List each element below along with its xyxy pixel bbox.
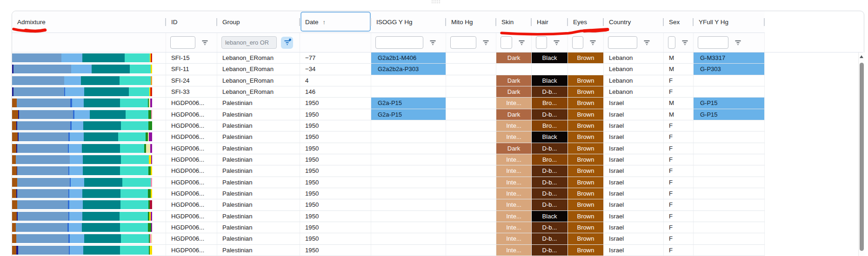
mito-cell[interactable]: [446, 188, 496, 199]
isogg-haplogroup-chip[interactable]: G2a2b1-M406: [371, 53, 446, 63]
mito-cell[interactable]: [446, 199, 496, 210]
skin-trait-chip[interactable]: Inte...: [496, 165, 531, 176]
isogg-cell[interactable]: [371, 165, 446, 176]
id-cell[interactable]: HGDP006...: [166, 120, 217, 131]
id-cell[interactable]: HGDP006...: [166, 233, 217, 244]
country-cell[interactable]: Lebanon: [604, 86, 664, 97]
admixture-cell[interactable]: [12, 86, 166, 97]
hair-cell[interactable]: Black: [532, 211, 568, 222]
hair-trait-chip[interactable]: D-b...: [532, 177, 568, 188]
group-cell[interactable]: Palestinian: [217, 199, 300, 210]
admixture-cell[interactable]: [12, 188, 166, 199]
isogg-cell[interactable]: G2a2b1-M406: [371, 53, 446, 63]
isogg-haplogroup-chip[interactable]: G2a-P15: [371, 109, 446, 120]
hair-trait-chip[interactable]: D-b...: [532, 143, 568, 154]
hair-cell[interactable]: Black: [532, 53, 568, 63]
eyes-trait-chip[interactable]: Brown: [568, 143, 603, 154]
skin-cell[interactable]: Inte...: [496, 233, 532, 244]
skin-cell[interactable]: Inte...: [496, 211, 532, 222]
country-cell[interactable]: Israel: [604, 199, 664, 210]
eyes-trait-chip[interactable]: Brown: [568, 86, 603, 97]
eyes-cell[interactable]: Brown: [568, 211, 604, 222]
yfull-cell[interactable]: [694, 245, 765, 256]
skin-trait-chip[interactable]: Inte...: [496, 154, 531, 165]
yfull-cell[interactable]: [694, 199, 765, 210]
id-cell[interactable]: HGDP006...: [166, 131, 217, 142]
column-header-mito[interactable]: Mito Hg: [446, 11, 496, 33]
admixture-cell[interactable]: [12, 53, 166, 63]
hair-trait-chip[interactable]: D-b...: [532, 233, 568, 244]
yfull-cell[interactable]: [694, 222, 765, 233]
group-cell[interactable]: Palestinian: [217, 109, 300, 120]
isogg-haplogroup-chip[interactable]: G2a2b2a-P303: [371, 64, 446, 74]
country-cell[interactable]: Israel: [604, 131, 664, 142]
date-cell[interactable]: 1950: [300, 109, 371, 120]
yfull-cell[interactable]: [694, 165, 765, 176]
table-row[interactable]: HGDP006...Palestinian1950Inte...D-b...Br…: [12, 222, 765, 233]
drag-handle-icon[interactable]: [432, 0, 441, 4]
mito-cell[interactable]: [446, 86, 496, 97]
filter-funnel-icon[interactable]: [589, 40, 596, 46]
date-cell[interactable]: 1950: [300, 222, 371, 233]
date-cell[interactable]: 1950: [300, 165, 371, 176]
table-row[interactable]: HGDP006...Palestinian1950Inte...Bro...Br…: [12, 120, 765, 131]
yfull-haplogroup-chip[interactable]: G-M3317: [694, 53, 764, 63]
table-row[interactable]: HGDP006...Palestinian1950Inte...D-b...Br…: [12, 165, 765, 177]
eyes-filter-input[interactable]: [572, 36, 583, 49]
skin-cell[interactable]: Inte...: [496, 245, 532, 256]
country-cell[interactable]: Israel: [604, 154, 664, 165]
eyes-cell[interactable]: Brown: [568, 120, 604, 131]
column-header-date[interactable]: Date↑: [300, 11, 371, 33]
mito-cell[interactable]: [446, 177, 496, 188]
eyes-cell[interactable]: [568, 64, 604, 74]
id-cell[interactable]: HGDP006...: [166, 211, 217, 222]
group-filter-input[interactable]: [221, 36, 277, 49]
hair-trait-chip[interactable]: D-b...: [532, 165, 568, 176]
column-header-isogg[interactable]: ISOGG Y Hg: [371, 11, 446, 33]
country-cell[interactable]: Lebanon: [604, 75, 664, 86]
mito-cell[interactable]: [446, 64, 496, 74]
admixture-cell[interactable]: [12, 233, 166, 244]
eyes-cell[interactable]: Brown: [568, 75, 604, 86]
hair-trait-chip[interactable]: Black: [532, 131, 568, 142]
id-cell[interactable]: HGDP006...: [166, 245, 217, 256]
skin-cell[interactable]: Inte...: [496, 199, 532, 210]
sex-cell[interactable]: F: [664, 233, 694, 244]
hair-cell[interactable]: Bro...: [532, 98, 568, 108]
yfull-cell[interactable]: [694, 120, 765, 131]
filter-funnel-icon[interactable]: [553, 40, 560, 46]
id-cell[interactable]: SFI-11: [166, 64, 217, 74]
mito-cell[interactable]: [446, 222, 496, 233]
date-cell[interactable]: 1950: [300, 120, 371, 131]
mito-cell[interactable]: [446, 165, 496, 176]
sex-cell[interactable]: F: [664, 86, 694, 97]
sex-cell[interactable]: F: [664, 131, 694, 142]
skin-trait-chip[interactable]: Inte...: [496, 131, 531, 142]
hair-trait-chip[interactable]: Black: [532, 75, 568, 86]
group-cell[interactable]: Lebanon_ERoman: [217, 75, 300, 86]
hair-cell[interactable]: D-b...: [532, 245, 568, 256]
sex-cell[interactable]: F: [664, 75, 694, 86]
eyes-cell[interactable]: Brown: [568, 177, 604, 188]
filter-funnel-icon[interactable]: [429, 40, 436, 46]
sex-cell[interactable]: F: [664, 143, 694, 154]
eyes-trait-chip[interactable]: Brown: [568, 131, 603, 142]
date-cell[interactable]: 1950: [300, 98, 371, 108]
mito-cell[interactable]: [446, 98, 496, 108]
skin-cell[interactable]: Inte...: [496, 98, 532, 108]
eyes-trait-chip[interactable]: Brown: [568, 211, 603, 222]
hair-cell[interactable]: D-b...: [532, 188, 568, 199]
yfull-cell[interactable]: [694, 233, 765, 244]
mito-cell[interactable]: [446, 120, 496, 131]
table-row[interactable]: HGDP006...Palestinian1950Inte...BlackBro…: [12, 131, 765, 143]
filter-funnel-icon[interactable]: [482, 40, 489, 46]
skin-trait-chip[interactable]: Inte...: [496, 245, 531, 256]
filter-funnel-icon[interactable]: [643, 40, 650, 46]
table-row[interactable]: HGDP006...Palestinian1950Inte...D-b...Br…: [12, 199, 765, 210]
admixture-cell[interactable]: [12, 131, 166, 142]
mito-filter-input[interactable]: [450, 36, 476, 49]
table-row[interactable]: HGDP006...Palestinian1950Inte...BlackBro…: [12, 211, 765, 222]
group-cell[interactable]: Palestinian: [217, 143, 300, 154]
mito-cell[interactable]: [446, 75, 496, 86]
mito-cell[interactable]: [446, 143, 496, 154]
